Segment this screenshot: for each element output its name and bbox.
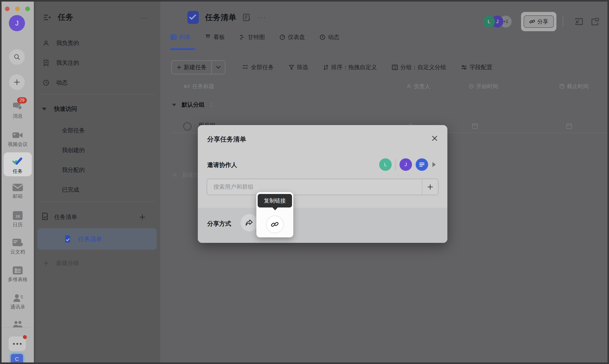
copy-link-button[interactable] <box>266 216 284 233</box>
create-button[interactable] <box>9 74 25 90</box>
rail-item-contacts[interactable]: 通讯录 <box>2 294 34 310</box>
sidebar-title: 任务 <box>58 12 73 23</box>
sidebar-divider <box>40 94 155 94</box>
dialog-footer: 分享方式 <box>198 208 447 243</box>
open-in-new-icon[interactable] <box>591 17 600 26</box>
share-method-label: 分享方式 <box>207 220 231 228</box>
two-person-icon <box>12 321 23 328</box>
add-collaborator-button[interactable] <box>422 179 438 195</box>
sidebar-item-task-list-selected[interactable]: 任务清单 <box>37 228 157 250</box>
rail-item-base[interactable]: 多维表格 <box>2 266 34 283</box>
expand-collaborators-chevron[interactable] <box>432 162 436 167</box>
tab-kanban[interactable]: 看板 <box>205 33 225 41</box>
plus-icon <box>43 260 49 266</box>
app-window: J 29 消息 视频会议 任务 邮箱 18 <box>2 2 607 362</box>
sidebar-item-completed[interactable]: 已完成 <box>42 183 154 197</box>
rail-item-workspace[interactable] <box>2 321 34 329</box>
filter-button[interactable]: 筛选 <box>289 63 308 71</box>
due-date-placeholder-icon[interactable] <box>566 123 573 129</box>
group-header-row[interactable]: 默认分组 1 <box>172 101 213 109</box>
sidebar-more-button[interactable]: ··· <box>140 14 149 21</box>
forward-share-button[interactable] <box>240 214 258 232</box>
rail-item-tasks[interactable]: 任务 <box>2 157 34 175</box>
new-group-button[interactable]: 新建分组 <box>42 256 154 270</box>
tab-gantt[interactable]: 甘特图 <box>239 33 265 41</box>
rail-item-docs[interactable]: 云文档 <box>2 239 34 255</box>
tab-activity[interactable]: 动态 <box>320 33 339 41</box>
user-avatar[interactable]: J <box>9 15 25 31</box>
sidebar-item-created-by-me[interactable]: 我创建的 <box>42 143 154 158</box>
rail-item-video-meeting[interactable]: 视频会议 <box>2 131 34 148</box>
group-avatar[interactable] <box>416 158 428 171</box>
avatar-separator <box>395 159 396 170</box>
collapse-window-icon[interactable] <box>575 17 583 26</box>
close-window-button[interactable] <box>5 6 10 11</box>
link-icon <box>529 19 535 24</box>
tab-list[interactable]: 列表 <box>171 33 191 41</box>
rail-divider <box>2 327 34 328</box>
link-icon <box>271 220 279 228</box>
chevron-down-icon <box>216 66 221 69</box>
invite-collaborators-label: 邀请协作人 <box>207 161 237 169</box>
share-dialog: 分享任务清单 邀请协作人 L J 分享方式 <box>198 125 447 243</box>
sidebar-item-following[interactable]: 我关注的 <box>42 56 154 70</box>
calendar-icon <box>559 84 564 89</box>
bookmark-plus-icon <box>43 60 49 66</box>
text-field-icon <box>184 84 190 89</box>
video-camera-icon <box>12 131 23 139</box>
header-divider <box>563 16 563 27</box>
quick-access-header[interactable]: 快速访问 <box>42 105 154 113</box>
scope-filter-button[interactable]: 全部任务 <box>243 63 274 71</box>
sidebar-item-activity[interactable]: 动态 <box>42 75 154 90</box>
column-task-title[interactable]: 任务标题 <box>184 83 214 90</box>
column-assignee[interactable]: 负责人 <box>406 83 430 90</box>
header-more-button[interactable]: ··· <box>258 14 266 21</box>
new-task-split-button[interactable]: 新建任务 <box>171 60 225 74</box>
share-button[interactable]: 分享 <box>524 15 554 28</box>
close-icon[interactable] <box>431 134 439 142</box>
workspace-avatar[interactable]: C <box>9 353 24 362</box>
envelope-icon <box>12 184 23 191</box>
search-button[interactable] <box>9 49 25 65</box>
rail-item-mail[interactable]: 邮箱 <box>2 184 34 200</box>
column-due-time[interactable]: 截止时间 <box>559 83 589 90</box>
sidebar-item-assigned-by-me[interactable]: 我分配的 <box>42 163 154 177</box>
field-config-button[interactable]: 字段配置 <box>461 63 492 71</box>
search-users-input[interactable] <box>207 184 422 190</box>
collaborator-avatar[interactable]: L <box>379 158 392 171</box>
group-button[interactable]: 分组：自定义分组 <box>392 63 446 71</box>
new-task-button[interactable]: 新建任务 <box>172 61 211 74</box>
active-tab-underline <box>170 48 195 50</box>
minimize-window-button[interactable] <box>15 6 20 11</box>
collapse-sidebar-icon[interactable] <box>43 14 51 21</box>
person-icon <box>406 84 411 89</box>
rail-item-messages[interactable]: 29 消息 <box>2 101 34 120</box>
clock-icon <box>469 84 474 89</box>
rename-icon[interactable] <box>243 13 251 22</box>
add-list-icon[interactable] <box>139 214 146 220</box>
rail-more-button[interactable] <box>9 336 26 351</box>
rail-item-calendar[interactable]: 18 日历 <box>2 211 34 228</box>
sidebar-divider <box>40 202 155 202</box>
tooltip-caret <box>272 207 278 210</box>
start-date-placeholder-icon[interactable] <box>472 123 478 129</box>
tab-dashboard[interactable]: 仪表盘 <box>280 33 305 41</box>
member-avatar[interactable]: L <box>483 16 495 28</box>
contact-person-icon <box>12 294 23 302</box>
collaborator-avatar[interactable]: J <box>399 158 412 171</box>
tasks-check-icon <box>12 157 23 166</box>
window-controls <box>5 6 30 11</box>
column-start-time[interactable]: 开始时间 <box>469 83 498 90</box>
task-lists-section-header[interactable]: 任务清单 <box>42 213 154 222</box>
zoom-window-button[interactable] <box>25 6 30 11</box>
new-task-dropdown[interactable] <box>211 61 225 74</box>
sidebar-item-all-tasks[interactable]: 全部任务 <box>42 123 154 138</box>
task-checkbox[interactable] <box>183 122 192 131</box>
history-clock-icon <box>43 79 49 86</box>
forward-arrow-icon <box>245 219 253 226</box>
notification-dot <box>23 335 27 339</box>
sort-button[interactable]: 排序：拖拽自定义 <box>323 63 377 71</box>
sidebar-item-assigned-to-me[interactable]: 我负责的 <box>42 36 154 50</box>
tasks-sidebar: 任务 ··· 我负责的 我关注的 动态 快速访问 全部任务 我创建的 我分配的 … <box>34 2 160 362</box>
page-title: 任务清单 <box>205 12 236 23</box>
